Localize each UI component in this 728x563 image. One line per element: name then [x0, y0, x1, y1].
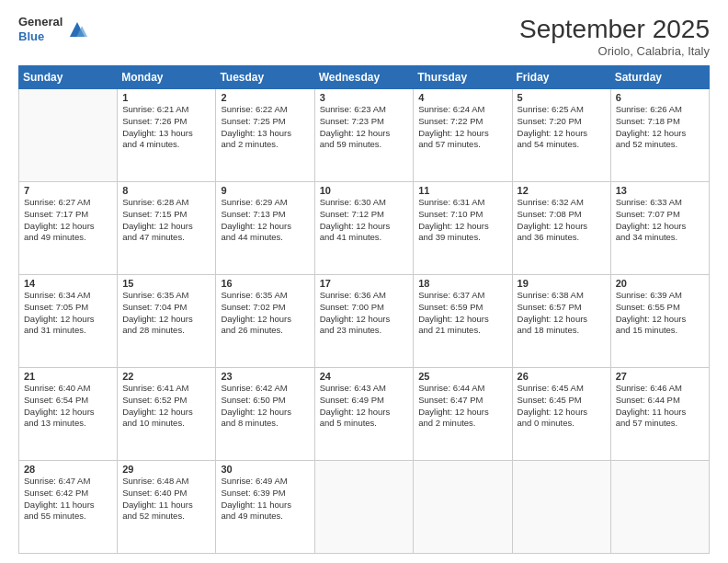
table-row: [414, 461, 512, 554]
day-info: Sunrise: 6:26 AMSunset: 7:18 PMDaylight:…: [616, 104, 704, 151]
day-number: 20: [616, 278, 704, 289]
table-row: 12Sunrise: 6:32 AMSunset: 7:08 PMDayligh…: [512, 182, 610, 275]
table-row: 29Sunrise: 6:48 AMSunset: 6:40 PMDayligh…: [118, 461, 216, 554]
table-row: [19, 89, 118, 182]
day-info: Sunrise: 6:31 AMSunset: 7:10 PMDaylight:…: [418, 197, 506, 244]
table-row: 3Sunrise: 6:23 AMSunset: 7:23 PMDaylight…: [314, 89, 414, 182]
day-info: Sunrise: 6:41 AMSunset: 6:52 PMDaylight:…: [122, 383, 210, 430]
day-number: 13: [616, 185, 704, 196]
day-number: 26: [518, 371, 606, 382]
day-number: 17: [320, 278, 409, 289]
day-number: 27: [616, 371, 704, 382]
table-row: 8Sunrise: 6:28 AMSunset: 7:15 PMDaylight…: [118, 182, 216, 275]
day-info: Sunrise: 6:28 AMSunset: 7:15 PMDaylight:…: [122, 197, 210, 244]
day-info: Sunrise: 6:29 AMSunset: 7:13 PMDaylight:…: [221, 197, 309, 244]
table-row: 1Sunrise: 6:21 AMSunset: 7:26 PMDaylight…: [118, 89, 216, 182]
col-monday: Monday: [118, 66, 216, 89]
day-number: 22: [122, 371, 210, 382]
page: General Blue September 2025 Oriolo, Cala…: [0, 0, 728, 563]
table-row: 6Sunrise: 6:26 AMSunset: 7:18 PMDaylight…: [610, 89, 709, 182]
col-sunday: Sunday: [19, 66, 118, 89]
day-number: 2: [221, 92, 309, 103]
day-info: Sunrise: 6:43 AMSunset: 6:49 PMDaylight:…: [320, 383, 409, 430]
table-row: 4Sunrise: 6:24 AMSunset: 7:22 PMDaylight…: [414, 89, 512, 182]
calendar-week-row: 7Sunrise: 6:27 AMSunset: 7:17 PMDaylight…: [19, 182, 710, 275]
table-row: 11Sunrise: 6:31 AMSunset: 7:10 PMDayligh…: [414, 182, 512, 275]
day-number: 14: [24, 278, 112, 289]
day-info: Sunrise: 6:33 AMSunset: 7:07 PMDaylight:…: [616, 197, 704, 244]
day-number: 3: [320, 92, 409, 103]
day-info: Sunrise: 6:38 AMSunset: 6:57 PMDaylight:…: [518, 290, 606, 337]
day-info: Sunrise: 6:25 AMSunset: 7:20 PMDaylight:…: [518, 104, 606, 151]
day-number: 11: [418, 185, 506, 196]
table-row: [512, 461, 610, 554]
table-row: 24Sunrise: 6:43 AMSunset: 6:49 PMDayligh…: [314, 368, 414, 461]
header: General Blue September 2025 Oriolo, Cala…: [18, 15, 710, 58]
day-number: 9: [221, 185, 309, 196]
table-row: 27Sunrise: 6:46 AMSunset: 6:44 PMDayligh…: [610, 368, 709, 461]
table-row: 21Sunrise: 6:40 AMSunset: 6:54 PMDayligh…: [19, 368, 118, 461]
table-row: 13Sunrise: 6:33 AMSunset: 7:07 PMDayligh…: [610, 182, 709, 275]
table-row: 30Sunrise: 6:49 AMSunset: 6:39 PMDayligh…: [216, 461, 314, 554]
col-saturday: Saturday: [610, 66, 709, 89]
calendar-week-row: 21Sunrise: 6:40 AMSunset: 6:54 PMDayligh…: [19, 368, 710, 461]
day-number: 24: [320, 371, 409, 382]
day-info: Sunrise: 6:39 AMSunset: 6:55 PMDaylight:…: [616, 290, 704, 337]
table-row: 15Sunrise: 6:35 AMSunset: 7:04 PMDayligh…: [118, 275, 216, 368]
day-info: Sunrise: 6:36 AMSunset: 7:00 PMDaylight:…: [320, 290, 409, 337]
day-info: Sunrise: 6:35 AMSunset: 7:02 PMDaylight:…: [221, 290, 309, 337]
table-row: 17Sunrise: 6:36 AMSunset: 7:00 PMDayligh…: [314, 275, 414, 368]
day-info: Sunrise: 6:49 AMSunset: 6:39 PMDaylight:…: [221, 476, 309, 523]
table-row: 16Sunrise: 6:35 AMSunset: 7:02 PMDayligh…: [216, 275, 314, 368]
day-info: Sunrise: 6:30 AMSunset: 7:12 PMDaylight:…: [320, 197, 409, 244]
logo-general-text: General: [18, 15, 63, 29]
day-number: 4: [418, 92, 506, 103]
title-block: September 2025 Oriolo, Calabria, Italy: [519, 15, 710, 58]
logo: General Blue: [18, 15, 87, 43]
table-row: 5Sunrise: 6:25 AMSunset: 7:20 PMDaylight…: [512, 89, 610, 182]
day-number: 30: [221, 464, 309, 475]
day-info: Sunrise: 6:46 AMSunset: 6:44 PMDaylight:…: [616, 383, 704, 430]
logo-icon: [67, 19, 87, 40]
day-info: Sunrise: 6:22 AMSunset: 7:25 PMDaylight:…: [221, 104, 309, 151]
table-row: 22Sunrise: 6:41 AMSunset: 6:52 PMDayligh…: [118, 368, 216, 461]
day-number: 18: [418, 278, 506, 289]
day-number: 29: [122, 464, 210, 475]
day-number: 5: [518, 92, 606, 103]
day-number: 10: [320, 185, 409, 196]
day-number: 7: [24, 185, 112, 196]
col-friday: Friday: [512, 66, 610, 89]
day-number: 15: [122, 278, 210, 289]
table-row: 7Sunrise: 6:27 AMSunset: 7:17 PMDaylight…: [19, 182, 118, 275]
table-row: 26Sunrise: 6:45 AMSunset: 6:45 PMDayligh…: [512, 368, 610, 461]
table-row: 14Sunrise: 6:34 AMSunset: 7:05 PMDayligh…: [19, 275, 118, 368]
table-row: 18Sunrise: 6:37 AMSunset: 6:59 PMDayligh…: [414, 275, 512, 368]
day-number: 28: [24, 464, 112, 475]
day-info: Sunrise: 6:21 AMSunset: 7:26 PMDaylight:…: [122, 104, 210, 151]
table-row: 28Sunrise: 6:47 AMSunset: 6:42 PMDayligh…: [19, 461, 118, 554]
col-tuesday: Tuesday: [216, 66, 314, 89]
calendar-week-row: 14Sunrise: 6:34 AMSunset: 7:05 PMDayligh…: [19, 275, 710, 368]
logo-blue-text: Blue: [18, 29, 63, 44]
day-info: Sunrise: 6:24 AMSunset: 7:22 PMDaylight:…: [418, 104, 506, 151]
calendar-header-row: Sunday Monday Tuesday Wednesday Thursday…: [19, 66, 710, 89]
calendar-week-row: 1Sunrise: 6:21 AMSunset: 7:26 PMDaylight…: [19, 89, 710, 182]
day-info: Sunrise: 6:45 AMSunset: 6:45 PMDaylight:…: [518, 383, 606, 430]
day-info: Sunrise: 6:27 AMSunset: 7:17 PMDaylight:…: [24, 197, 112, 244]
table-row: 9Sunrise: 6:29 AMSunset: 7:13 PMDaylight…: [216, 182, 314, 275]
day-info: Sunrise: 6:47 AMSunset: 6:42 PMDaylight:…: [24, 476, 112, 523]
day-number: 1: [122, 92, 210, 103]
table-row: [610, 461, 709, 554]
col-wednesday: Wednesday: [314, 66, 414, 89]
table-row: [314, 461, 414, 554]
day-info: Sunrise: 6:23 AMSunset: 7:23 PMDaylight:…: [320, 104, 409, 151]
day-info: Sunrise: 6:35 AMSunset: 7:04 PMDaylight:…: [122, 290, 210, 337]
table-row: 20Sunrise: 6:39 AMSunset: 6:55 PMDayligh…: [610, 275, 709, 368]
day-info: Sunrise: 6:48 AMSunset: 6:40 PMDaylight:…: [122, 476, 210, 523]
calendar-table: Sunday Monday Tuesday Wednesday Thursday…: [18, 65, 710, 554]
day-number: 16: [221, 278, 309, 289]
day-info: Sunrise: 6:40 AMSunset: 6:54 PMDaylight:…: [24, 383, 112, 430]
day-number: 23: [221, 371, 309, 382]
day-number: 6: [616, 92, 704, 103]
day-info: Sunrise: 6:44 AMSunset: 6:47 PMDaylight:…: [418, 383, 506, 430]
